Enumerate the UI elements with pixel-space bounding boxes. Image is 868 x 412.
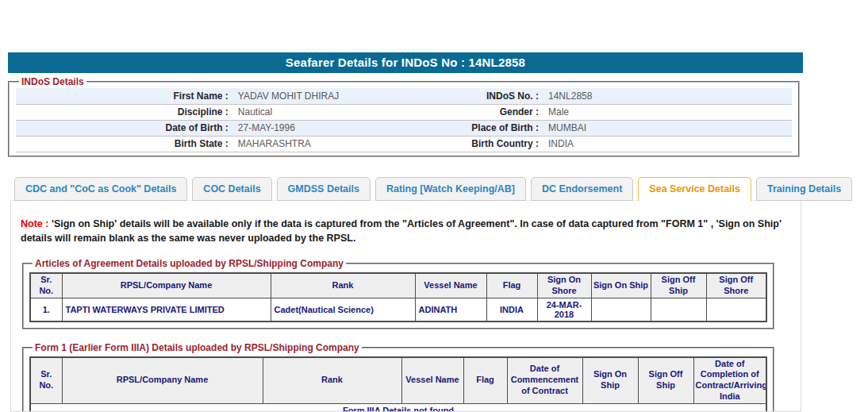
field-value: YADAV MOHIT DHIRAJ: [233, 88, 428, 104]
form1-legend: Form 1 (Earlier Form IIIA) Details uploa…: [33, 342, 362, 353]
cell-flag: INDIA: [486, 298, 537, 322]
column-header: Sign On Shore: [537, 273, 591, 298]
table-row: 1. TAPTI WATERWAYS PRIVATE LIMITED Cadet…: [30, 298, 766, 322]
cell-company: TAPTI WATERWAYS PRIVATE LIMITED: [62, 298, 271, 322]
field-label: Birth State :: [16, 136, 233, 152]
column-header: Vessel Name: [401, 357, 463, 404]
tab-cdc-coc-as-cook-details[interactable]: CDC and "CoC as Cook" Details: [14, 177, 187, 201]
articles-of-agreement-table: Sr. No. RPSL/Company Name Rank Vessel Na…: [29, 272, 767, 322]
column-header: RPSL/Company Name: [62, 273, 271, 298]
field-label: First Name :: [16, 88, 233, 104]
column-header: Rank: [271, 273, 415, 298]
table-header-row: Sr. No. RPSL/Company Name Rank Vessel Na…: [30, 273, 766, 298]
indos-details-table: First Name : YADAV MOHIT DHIRAJ INDoS No…: [16, 88, 792, 152]
empty-message: Form IIIA Details not found: [30, 403, 766, 412]
articles-of-agreement-legend: Articles of Agreement Details uploaded b…: [33, 258, 346, 269]
field-label: Place of Birth :: [427, 120, 543, 136]
note-prefix: Note :: [21, 218, 48, 229]
column-header: Sign Off Ship: [651, 273, 706, 298]
field-value: MUMBAI: [543, 120, 792, 136]
tab-sea-service-details[interactable]: Sea Service Details: [638, 177, 751, 202]
column-header: Rank: [263, 357, 401, 404]
table-row: Birth State : MAHARASHTRA Birth Country …: [16, 136, 792, 152]
seafarer-details-page: Seafarer Details for INDoS No : 14NL2858…: [0, 0, 868, 412]
field-label: Discipline :: [16, 104, 233, 120]
tab-bar: CDC and "CoC as Cook" Details COC Detail…: [10, 177, 801, 201]
field-label: Gender :: [427, 104, 543, 120]
cell-sr-no: 1.: [30, 298, 62, 322]
field-label: INDoS No. :: [427, 88, 543, 104]
cell-sign-off-shore: [706, 298, 766, 322]
field-label: Date of Birth :: [16, 120, 233, 136]
tab-rating-watch-keeping-ab[interactable]: Rating [Watch Keeping/AB]: [375, 177, 526, 201]
form1-fieldset: Form 1 (Earlier Form IIIA) Details uploa…: [22, 342, 774, 412]
note-body: 'Sign on Ship' details will be available…: [21, 218, 782, 244]
form1-table: Sr. No. RPSL/Company Name Rank Vessel Na…: [29, 356, 767, 412]
table-header-row: Sr. No. RPSL/Company Name Rank Vessel Na…: [30, 357, 766, 404]
indos-details-legend: INDoS Details: [19, 76, 86, 87]
cell-sign-on-shore: 24-MAR-2018: [537, 298, 591, 322]
cell-rank: Cadet(Nautical Science): [271, 298, 415, 322]
table-row: Date of Birth : 27-MAY-1996 Place of Bir…: [16, 120, 792, 136]
sea-service-details-panel: Note : 'Sign on Ship' details will be av…: [10, 200, 801, 412]
field-value: MAHARASHTRA: [233, 136, 428, 152]
column-header: Vessel Name: [415, 273, 486, 298]
articles-of-agreement-fieldset: Articles of Agreement Details uploaded b…: [22, 258, 774, 329]
tab-gmdss-details[interactable]: GMDSS Details: [277, 177, 371, 201]
column-header: Sign Off Ship: [638, 357, 693, 404]
page-title: Seafarer Details for INDoS No : 14NL2858: [8, 52, 803, 73]
column-header: Date of Commencement of Contract: [507, 357, 582, 404]
table-row: Form IIIA Details not found: [30, 403, 766, 412]
column-header: Sr. No.: [30, 357, 62, 404]
tab-training-details[interactable]: Training Details: [756, 177, 852, 201]
column-header: Sign Off Shore: [706, 273, 766, 298]
column-header: Sign On Ship: [582, 357, 638, 404]
tab-coc-details[interactable]: COC Details: [192, 177, 271, 201]
field-value: 27-MAY-1996: [233, 120, 428, 136]
table-row: Discipline : Nautical Gender : Male: [16, 104, 792, 120]
note-text: Note : 'Sign on Ship' details will be av…: [21, 218, 791, 245]
field-value: INDIA: [543, 136, 792, 152]
field-value: Nautical: [233, 104, 428, 120]
cell-sign-on-ship: [591, 298, 651, 322]
column-header: Flag: [463, 357, 507, 404]
column-header: Sr. No.: [30, 273, 62, 298]
column-header: Flag: [486, 273, 537, 298]
column-header: Sign On Ship: [591, 273, 651, 298]
cell-sign-off-ship: [651, 298, 706, 322]
field-value: Male: [543, 104, 792, 120]
cell-vessel: ADINATH: [415, 298, 486, 322]
column-header: RPSL/Company Name: [62, 357, 263, 404]
indos-details-fieldset: INDoS Details First Name : YADAV MOHIT D…: [8, 76, 800, 157]
field-label: Birth Country :: [427, 136, 543, 152]
field-value: 14NL2858: [543, 88, 792, 104]
tab-dc-endorsement[interactable]: DC Endorsement: [531, 177, 633, 201]
column-header: Date of Completion of Contract/Arriving …: [693, 357, 766, 404]
table-row: First Name : YADAV MOHIT DHIRAJ INDoS No…: [16, 88, 792, 104]
